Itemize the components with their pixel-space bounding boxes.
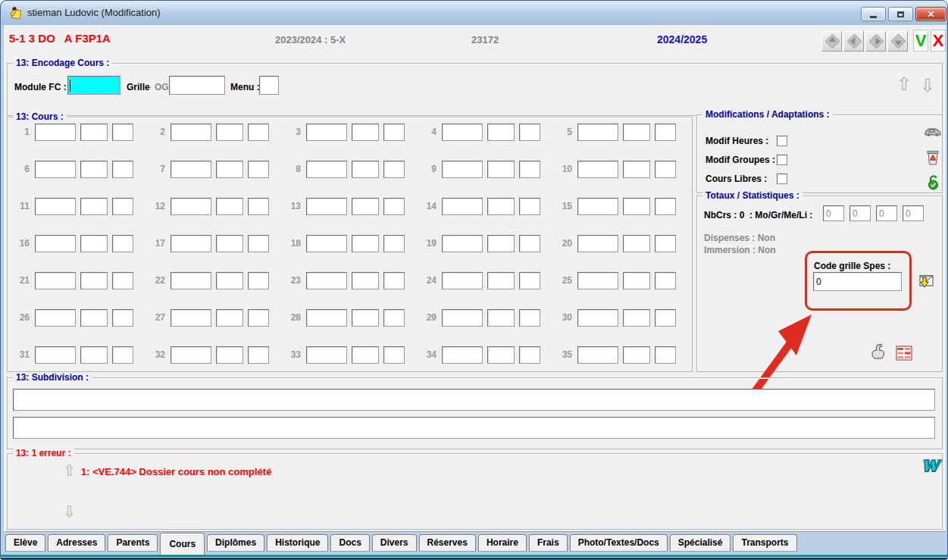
cours-hours-input[interactable] xyxy=(623,272,650,289)
tab-el-ve[interactable]: Elève xyxy=(5,534,45,552)
cours-group-input[interactable] xyxy=(519,272,540,289)
cours-code-input[interactable] xyxy=(577,272,618,289)
cours-code-input[interactable] xyxy=(442,198,483,215)
cours-group-input[interactable] xyxy=(248,161,269,178)
cours-group-input[interactable] xyxy=(519,124,540,141)
cours-hours-input[interactable] xyxy=(623,235,650,252)
cours-hours-input[interactable] xyxy=(352,235,379,252)
cours-code-input[interactable] xyxy=(171,198,211,215)
cours-hours-input[interactable] xyxy=(487,198,515,215)
validate-button[interactable]: V xyxy=(913,30,928,52)
checkbox[interactable] xyxy=(777,155,787,165)
tab-cours[interactable]: Cours xyxy=(160,533,205,555)
cours-hours-input[interactable] xyxy=(487,272,515,289)
cours-group-input[interactable] xyxy=(112,124,133,141)
tab-r-serves[interactable]: Réserves xyxy=(419,534,476,552)
cours-code-input[interactable] xyxy=(171,309,211,327)
cours-group-input[interactable] xyxy=(383,198,405,215)
cours-hours-input[interactable] xyxy=(352,124,379,141)
cours-code-input[interactable] xyxy=(171,272,211,289)
subdivision-line1-input[interactable] xyxy=(13,389,935,411)
cours-group-input[interactable] xyxy=(655,309,676,327)
cours-code-input[interactable] xyxy=(35,161,76,178)
cours-hours-input[interactable] xyxy=(80,124,108,141)
cours-group-input[interactable] xyxy=(112,346,133,364)
car-icon[interactable] xyxy=(924,126,942,137)
cours-hours-input[interactable] xyxy=(623,346,650,364)
cours-hours-input[interactable] xyxy=(216,198,243,215)
cours-group-input[interactable] xyxy=(112,235,133,252)
cours-hours-input[interactable] xyxy=(216,161,243,178)
tab-photo-textes-docs[interactable]: Photo/Textes/Docs xyxy=(570,534,668,552)
cours-hours-input[interactable] xyxy=(623,309,650,327)
close-button[interactable]: ✕ xyxy=(915,7,946,21)
cours-hours-input[interactable] xyxy=(216,124,243,141)
cours-hours-input[interactable] xyxy=(352,272,379,289)
counter-input[interactable] xyxy=(823,205,844,221)
cours-group-input[interactable] xyxy=(248,124,269,141)
cours-group-input[interactable] xyxy=(655,272,676,289)
cours-hours-input[interactable] xyxy=(623,124,650,141)
tab-transports[interactable]: Transports xyxy=(733,534,796,552)
cours-code-input[interactable] xyxy=(306,161,347,178)
trash-icon[interactable] xyxy=(926,149,940,165)
cours-code-input[interactable] xyxy=(35,272,76,289)
cours-group-input[interactable] xyxy=(112,309,133,327)
cours-group-input[interactable] xyxy=(383,235,405,252)
cours-group-input[interactable] xyxy=(383,346,405,364)
red-table-icon[interactable] xyxy=(896,346,912,361)
cours-code-input[interactable] xyxy=(442,309,483,327)
cours-group-input[interactable] xyxy=(248,272,269,289)
cours-code-input[interactable] xyxy=(35,124,76,141)
cours-hours-input[interactable] xyxy=(80,346,108,364)
scroll-down-icon[interactable]: ⇩ xyxy=(920,77,935,95)
cours-hours-input[interactable] xyxy=(623,161,650,178)
import-grid-icon[interactable] xyxy=(917,274,934,289)
tab-parents[interactable]: Parents xyxy=(108,534,158,552)
cours-group-input[interactable] xyxy=(112,272,133,289)
cours-group-input[interactable] xyxy=(655,346,676,364)
cours-code-input[interactable] xyxy=(35,198,76,215)
cours-code-input[interactable] xyxy=(306,346,347,364)
cours-hours-input[interactable] xyxy=(80,309,108,327)
cours-code-input[interactable] xyxy=(306,124,347,141)
minimize-button[interactable] xyxy=(861,7,886,21)
cours-group-input[interactable] xyxy=(383,124,405,141)
cours-hours-input[interactable] xyxy=(80,272,108,289)
error-scroll-down-icon[interactable]: ⇩ xyxy=(63,504,76,519)
cours-code-input[interactable] xyxy=(442,124,483,141)
cours-group-input[interactable] xyxy=(248,346,269,364)
cours-code-input[interactable] xyxy=(171,346,211,364)
cours-group-input[interactable] xyxy=(519,161,540,178)
cours-hours-input[interactable] xyxy=(80,161,108,178)
cours-code-input[interactable] xyxy=(577,198,618,215)
cours-code-input[interactable] xyxy=(35,235,76,252)
cours-group-input[interactable] xyxy=(248,309,269,327)
nav-previous-button[interactable] xyxy=(843,31,864,52)
cours-code-input[interactable] xyxy=(442,161,483,178)
cours-hours-input[interactable] xyxy=(216,309,243,327)
cours-hours-input[interactable] xyxy=(487,161,515,178)
cours-code-input[interactable] xyxy=(171,124,211,141)
cours-group-input[interactable] xyxy=(383,309,405,327)
cours-hours-input[interactable] xyxy=(352,346,379,364)
nav-first-button[interactable] xyxy=(821,31,842,52)
cours-group-input[interactable] xyxy=(519,235,540,252)
cours-code-input[interactable] xyxy=(306,272,347,289)
scroll-up-icon[interactable]: ⇧ xyxy=(896,75,912,93)
nav-last-button[interactable] xyxy=(887,31,908,52)
checkbox[interactable] xyxy=(777,136,787,146)
maximize-button[interactable] xyxy=(888,7,913,21)
title-bar[interactable]: stieman Ludovic (Modification) ✕ xyxy=(2,1,948,25)
cours-code-input[interactable] xyxy=(577,161,618,178)
cours-group-input[interactable] xyxy=(383,272,405,289)
cours-hours-input[interactable] xyxy=(80,198,108,215)
tab-horaire[interactable]: Horaire xyxy=(478,534,527,552)
cours-hours-input[interactable] xyxy=(216,346,243,364)
cours-hours-input[interactable] xyxy=(487,346,515,364)
cours-code-input[interactable] xyxy=(306,309,347,327)
cours-code-input[interactable] xyxy=(577,346,618,364)
cours-group-input[interactable] xyxy=(112,198,133,215)
cours-hours-input[interactable] xyxy=(487,309,515,327)
counter-input[interactable] xyxy=(903,205,924,221)
